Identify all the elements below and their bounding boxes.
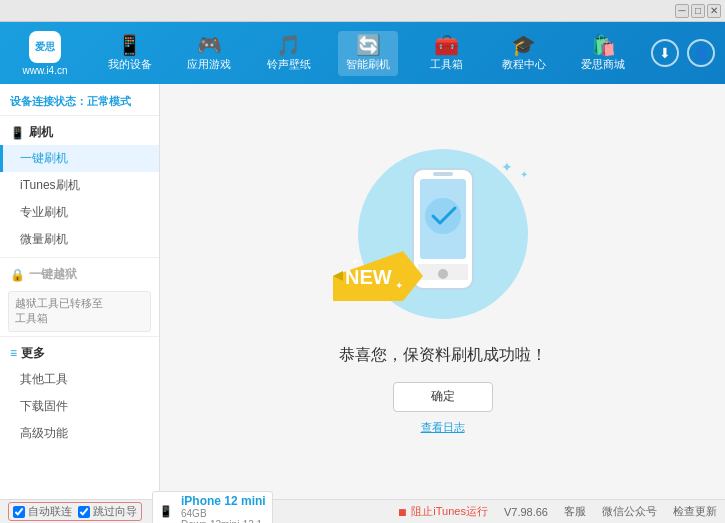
nav-app-game[interactable]: 🎮 应用游戏 (179, 31, 239, 76)
nav-toolbox[interactable]: 🧰 工具箱 (418, 31, 474, 76)
sidebar-divider-1 (0, 257, 159, 258)
bottom-bar: 自动联连 跳过向导 📱 iPhone 12 mini 64GB Down-12m… (0, 499, 725, 523)
more-group-icon: ≡ (10, 346, 17, 360)
nav-my-device-label: 我的设备 (108, 57, 152, 72)
logo-icon: 爱思 (29, 31, 61, 63)
success-text: 恭喜您，保资料刷机成功啦！ (339, 345, 547, 366)
nav-items: 📱 我的设备 🎮 应用游戏 🎵 铃声壁纸 🔄 智能刷机 🧰 工具箱 🎓 教程中心… (90, 31, 643, 76)
sidebar-item-pro-flash[interactable]: 专业刷机 (0, 199, 159, 226)
header-right: ⬇ 👤 (651, 39, 715, 67)
auto-launch-input[interactable] (13, 506, 25, 518)
sidebar-group-flash: 📱 刷机 (0, 120, 159, 145)
sidebar-item-one-click-flash[interactable]: 一键刷机 (0, 145, 159, 172)
sidebar-item-itunes-flash[interactable]: iTunes刷机 (0, 172, 159, 199)
save-flash-label: 微量刷机 (20, 232, 68, 246)
customer-service-link[interactable]: 客服 (564, 504, 586, 519)
logo: 爱思 www.i4.cn (10, 31, 80, 76)
close-button[interactable]: ✕ (707, 4, 721, 18)
bottom-left: 自动联连 跳过向导 📱 iPhone 12 mini 64GB Down-12m… (8, 491, 397, 524)
locked-item: 🔒 一键越狱 (0, 262, 159, 287)
wechat-public-link[interactable]: 微信公众号 (602, 504, 657, 519)
sidebar-divider-2 (0, 336, 159, 337)
profile-button[interactable]: 👤 (687, 39, 715, 67)
app-game-icon: 🎮 (197, 35, 222, 55)
nav-wallpaper[interactable]: 🎵 铃声壁纸 (259, 31, 319, 76)
secondary-link[interactable]: 查看日志 (421, 420, 465, 435)
nav-my-device[interactable]: 📱 我的设备 (100, 31, 160, 76)
device-info: iPhone 12 mini 64GB Down-12mini-13.1 (181, 494, 266, 524)
locked-item-label: 一键越狱 (29, 266, 77, 283)
wechat-shop-icon: 🛍️ (591, 35, 616, 55)
sidebar-group-more: ≡ 更多 (0, 341, 159, 366)
svg-point-5 (425, 198, 461, 234)
sidebar: 设备连接状态：正常模式 📱 刷机 一键刷机 iTunes刷机 专业刷机 微量刷机… (0, 84, 160, 499)
nav-toolbox-label: 工具箱 (430, 57, 463, 72)
toolbox-icon: 🧰 (434, 35, 459, 55)
sidebar-item-save-flash[interactable]: 微量刷机 (0, 226, 159, 253)
logo-website: www.i4.cn (22, 65, 67, 76)
device-section: 📱 iPhone 12 mini 64GB Down-12mini-13.1 (152, 491, 273, 524)
nav-wechat-shop[interactable]: 🛍️ 爱思商城 (573, 31, 633, 76)
checkboxes-area: 自动联连 跳过向导 (8, 502, 142, 521)
status-value: 正常模式 (87, 95, 131, 107)
use-wizard-label: 跳过向导 (93, 504, 137, 519)
device-icon: 📱 (159, 505, 173, 518)
check-update-link[interactable]: 检查更新 (673, 504, 717, 519)
pro-flash-label: 专业刷机 (20, 205, 68, 219)
svg-point-3 (438, 269, 448, 279)
tutorial-icon: 🎓 (511, 35, 536, 55)
advanced-label: 高级功能 (20, 426, 68, 440)
use-wizard-input[interactable] (78, 506, 90, 518)
nav-tutorial[interactable]: 🎓 教程中心 (494, 31, 554, 76)
sparkle-topright-icon: ✦ (520, 169, 528, 180)
download-firmware-label: 下载固件 (20, 399, 68, 413)
nav-app-game-label: 应用游戏 (187, 57, 231, 72)
flash-group-label: 刷机 (29, 124, 53, 141)
sidebar-item-download-firmware[interactable]: 下载固件 (0, 393, 159, 420)
main-area: 设备连接状态：正常模式 📱 刷机 一键刷机 iTunes刷机 专业刷机 微量刷机… (0, 84, 725, 499)
sidebar-item-other-tools[interactable]: 其他工具 (0, 366, 159, 393)
download-button[interactable]: ⬇ (651, 39, 679, 67)
header: 爱思 www.i4.cn 📱 我的设备 🎮 应用游戏 🎵 铃声壁纸 🔄 智能刷机… (0, 22, 725, 84)
confirm-button[interactable]: 确定 (393, 382, 493, 412)
my-device-icon: 📱 (117, 35, 142, 55)
notice-text: 越狱工具已转移至工具箱 (15, 297, 103, 324)
sparkle-topleft-icon: ✦ (501, 159, 513, 175)
content: ✦ ✦ NEW ✦ ✦ (160, 84, 725, 499)
nav-wallpaper-label: 铃声壁纸 (267, 57, 311, 72)
itunes-flash-label: iTunes刷机 (20, 178, 80, 192)
sidebar-item-advanced[interactable]: 高级功能 (0, 420, 159, 447)
bottom-right: ⏹ 阻止iTunes运行 V7.98.66 客服 微信公众号 检查更新 (397, 504, 717, 519)
minimize-button[interactable]: ─ (675, 4, 689, 18)
smart-shop-icon: 🔄 (356, 35, 381, 55)
other-tools-label: 其他工具 (20, 372, 68, 386)
svg-rect-4 (433, 172, 453, 176)
device-name: iPhone 12 mini (181, 494, 266, 508)
more-group-label: 更多 (21, 345, 45, 362)
maximize-button[interactable]: □ (691, 4, 705, 18)
illustration: ✦ ✦ NEW ✦ ✦ (343, 149, 543, 329)
auto-launch-checkbox[interactable]: 自动联连 (13, 504, 72, 519)
flash-group-icon: 📱 (10, 126, 25, 140)
nav-tutorial-label: 教程中心 (502, 57, 546, 72)
version-text: V7.98.66 (504, 506, 548, 518)
connection-status: 设备连接状态：正常模式 (0, 88, 159, 116)
title-bar: ─ □ ✕ (0, 0, 725, 22)
stop-itunes-label: 阻止iTunes运行 (411, 504, 488, 519)
svg-text:✦: ✦ (395, 280, 403, 291)
svg-text:NEW: NEW (345, 266, 392, 288)
auto-launch-label: 自动联连 (28, 504, 72, 519)
stop-icon: ⏹ (397, 506, 408, 518)
nav-smart-shop-label: 智能刷机 (346, 57, 390, 72)
device-storage: 64GB (181, 508, 266, 519)
one-click-flash-label: 一键刷机 (20, 151, 68, 165)
wallpaper-icon: 🎵 (276, 35, 301, 55)
nav-wechat-shop-label: 爱思商城 (581, 57, 625, 72)
lock-icon: 🔒 (10, 268, 25, 282)
nav-smart-shop[interactable]: 🔄 智能刷机 (338, 31, 398, 76)
stop-itunes-button[interactable]: ⏹ 阻止iTunes运行 (397, 504, 488, 519)
sidebar-notice: 越狱工具已转移至工具箱 (8, 291, 151, 332)
svg-text:✦: ✦ (351, 256, 359, 267)
new-badge: NEW ✦ ✦ (333, 251, 423, 309)
use-wizard-checkbox[interactable]: 跳过向导 (78, 504, 137, 519)
